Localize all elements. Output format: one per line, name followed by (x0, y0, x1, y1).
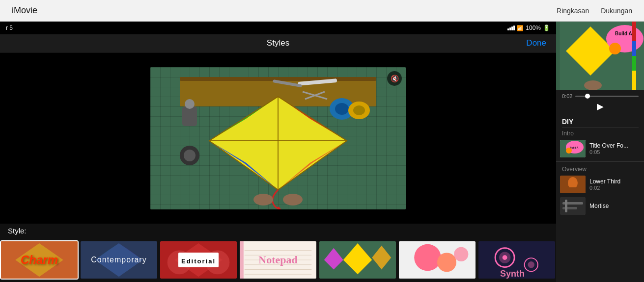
clip-info-2: Mortise (589, 203, 641, 209)
style-thumbnails: Charm Contemporary (0, 238, 556, 282)
editorial-thumb-inner: Editorial (160, 241, 237, 279)
done-button[interactable]: Done (526, 38, 546, 48)
svg-point-21 (283, 194, 303, 205)
style-thumb-editorial[interactable]: Editorial (159, 240, 238, 280)
clip-thumb-svg-0: Build A (560, 140, 586, 157)
clip-info-1: Lower Third 0:02 (589, 178, 641, 191)
svg-point-57 (414, 244, 441, 271)
clip-thumb-1 (560, 176, 586, 193)
progress-track[interactable] (575, 96, 639, 97)
clip-name-1: Lower Third (589, 178, 641, 185)
video-preview: 🔇 (0, 52, 556, 224)
kite-thumb-svg (319, 240, 396, 280)
style-label-text: Style: (8, 227, 27, 235)
svg-point-63 (503, 255, 507, 260)
clip-item-2[interactable]: Mortise (556, 195, 644, 217)
signal-bar-3 (511, 26, 513, 30)
notepad-thumb-inner: Notepad (240, 241, 316, 279)
svg-point-25 (184, 150, 196, 161)
clip-thumb-svg-2 (560, 197, 586, 215)
mute-button[interactable]: 🔇 (387, 71, 402, 86)
top-bar: iMovie Ringkasan Dukungan (0, 0, 644, 22)
clip-duration-0: 0:05 (589, 149, 641, 155)
mute-icon: 🔇 (391, 75, 399, 82)
kite-svg (150, 67, 406, 209)
svg-point-86 (568, 177, 578, 189)
status-bar: r 5 📶 100% 🔋 (0, 22, 556, 34)
style-label: Style: (0, 224, 556, 238)
svg-point-65 (528, 261, 534, 268)
svg-rect-78 (632, 56, 636, 71)
intro-label: Intro (556, 128, 644, 138)
svg-text:Build A: Build A (570, 146, 579, 149)
play-button[interactable]: ▶ (562, 101, 639, 112)
status-right: 📶 100% 🔋 (507, 25, 550, 31)
style-thumb-contemporary[interactable]: Contemporary (80, 240, 158, 280)
svg-rect-79 (632, 71, 636, 90)
right-preview-svg: Build A (556, 22, 644, 90)
style-thumb-notepad[interactable]: Notepad (239, 240, 317, 280)
progress-bar: 0:02 (562, 93, 639, 99)
signal-bar-4 (513, 26, 515, 30)
ringkasan-link[interactable]: Ringkasan (557, 7, 589, 15)
svg-rect-91 (565, 200, 567, 212)
svg-point-23 (185, 99, 195, 109)
clip-thumb-person-img (560, 176, 586, 193)
charm-label: Charm (21, 253, 58, 267)
synth-label: Synth (500, 269, 533, 279)
svg-point-80 (584, 80, 602, 90)
svg-point-59 (454, 247, 468, 261)
battery-percent: 100% (526, 25, 541, 31)
svg-point-84 (566, 148, 572, 154)
styles-title: Styles (189, 38, 367, 48)
notepad-label: Notepad (258, 254, 297, 266)
svg-point-3 (335, 103, 349, 115)
status-left: r 5 (6, 25, 13, 31)
svg-rect-47 (240, 241, 244, 279)
clip-name-2: Mortise (589, 203, 641, 209)
style-thumb-synth[interactable]: Synth (477, 240, 556, 280)
signal-bar-2 (509, 27, 511, 30)
abstract-bg-svg (399, 240, 476, 280)
signal-bar-1 (507, 28, 509, 30)
video-preview-inner: 🔇 (150, 67, 406, 209)
svg-rect-87 (568, 187, 578, 193)
top-bar-links: Ringkasan Dukungan (557, 7, 632, 15)
kite-thumb-inner (319, 241, 396, 279)
editorial-badge: Editorial (178, 253, 219, 267)
right-panel: Build A 0:02 ▶ DIY (556, 22, 644, 282)
section-divider-2 (556, 161, 644, 162)
progress-thumb[interactable] (585, 94, 590, 99)
charm-thumb-inner: Charm (1, 241, 78, 279)
svg-rect-76 (632, 22, 636, 41)
style-thumb-abstract[interactable] (398, 240, 476, 280)
contemporary-thumb-inner: Contemporary (81, 241, 157, 279)
main-content: r 5 📶 100% 🔋 Styles Done (0, 22, 644, 282)
svg-rect-90 (562, 207, 577, 209)
battery-icon: 🔋 (543, 25, 550, 31)
clip-item-1[interactable]: Lower Third 0:02 (556, 174, 644, 195)
clip-duration-1: 0:02 (589, 185, 641, 191)
imovie-header: Styles Done (0, 34, 556, 52)
clip-thumb-tools-img (560, 197, 586, 215)
dukungan-link[interactable]: Dukungan (601, 7, 632, 15)
svg-point-75 (609, 43, 621, 54)
clip-item-0[interactable]: Build A Title Over Fo... 0:05 (556, 138, 644, 159)
clip-info-0: Title Over Fo... 0:05 (589, 142, 641, 155)
abstract-thumb-inner (399, 241, 476, 279)
signal-bars (507, 26, 515, 30)
editorial-label: Editorial (181, 257, 216, 265)
contemporary-label: Contemporary (91, 256, 146, 264)
style-thumb-charm[interactable]: Charm (0, 240, 79, 280)
app-title: iMovie (12, 5, 37, 16)
svg-point-58 (437, 253, 456, 272)
clip-list: Build A Title Over Fo... 0:05 Overview (556, 138, 644, 282)
style-thumb-kite[interactable] (318, 240, 397, 280)
phone-ui: r 5 📶 100% 🔋 Styles Done (0, 22, 556, 282)
svg-point-5 (353, 105, 365, 115)
wifi-icon: 📶 (517, 25, 524, 31)
svg-text:Build A: Build A (615, 31, 632, 36)
right-preview: Build A (556, 22, 644, 90)
playback-time: 0:02 (562, 93, 572, 99)
svg-point-20 (253, 194, 273, 205)
